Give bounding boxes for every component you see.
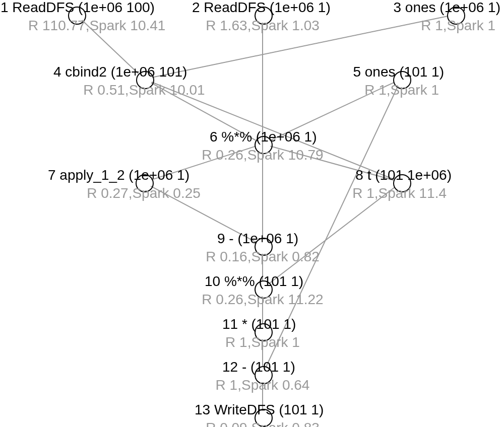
node-1-label: 1 ReadDFS (1e+06 100) xyxy=(1,1,155,15)
node-2-label: 2 ReadDFS (1e+06 1) xyxy=(192,1,331,15)
node-9-label: 9 - (1e+06 1) xyxy=(217,232,298,246)
node-3-label: 3 ones (1e+06 1) xyxy=(394,1,501,15)
node-5-cost: R 1,Spark 1 xyxy=(364,83,439,97)
node-9-cost: R 0.16,Spark 0.82 xyxy=(206,250,320,264)
node-11-cost: R 1,Spark 1 xyxy=(225,335,300,349)
node-10-cost: R 0.26,Spark 11.22 xyxy=(202,293,323,307)
node-10-label: 10 %*% (101 1) xyxy=(205,274,303,289)
node-5-label: 5 ones (101 1) xyxy=(353,65,444,79)
node-7-label: 7 apply_1_2 (1e+06 1) xyxy=(48,168,190,182)
node-6-label: 6 %*% (1e+06 1) xyxy=(210,130,317,144)
node-7-cost: R 0.27,Spark 0.25 xyxy=(87,186,201,200)
node-4-cost: R 0.51,Spark 10.01 xyxy=(83,83,205,97)
node-11-label: 11 * (101 1) xyxy=(222,317,296,331)
node-8-cost: R 1,Spark 11.4 xyxy=(352,186,447,200)
node-4-label: 4 cbind2 (1e+06 101) xyxy=(53,65,187,79)
node-2-cost: R 1.63,Spark 1.03 xyxy=(206,19,320,33)
node-13-label: 13 WriteDFS (101 1) xyxy=(195,403,324,417)
node-13-cost: R 0.09,Spark 0.83 xyxy=(206,421,320,427)
dag-canvas: 1 ReadDFS (1e+06 100)R 110.77,Spark 10.4… xyxy=(0,0,504,427)
node-8-label: 8 t (101 1e+06) xyxy=(355,168,452,182)
node-12-cost: R 1,Spark 0.64 xyxy=(216,378,310,392)
node-1-cost: R 110.77,Spark 10.41 xyxy=(28,19,165,33)
node-12-label: 12 - (101 1) xyxy=(222,360,295,374)
node-6-cost: R 0.26,Spark 10.79 xyxy=(202,148,323,162)
node-3-cost: R 1,Spark 1 xyxy=(421,19,495,33)
